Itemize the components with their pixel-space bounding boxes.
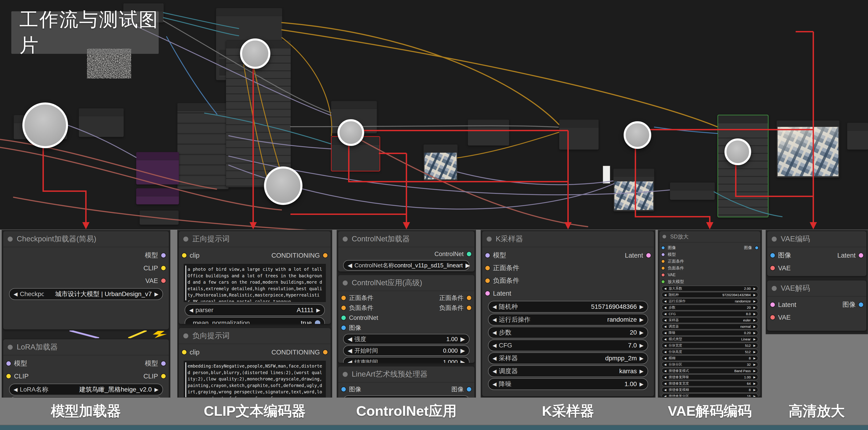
arrow-right-icon[interactable]: ▶ (753, 363, 756, 366)
input-port[interactable]: 图像 (662, 245, 676, 250)
arrow-left-icon[interactable]: ◀ (493, 329, 497, 336)
port-dot[interactable] (662, 274, 664, 277)
input-port[interactable]: ControlNet (341, 314, 378, 321)
arrow-right-icon[interactable]: ▶ (640, 329, 644, 336)
port-dot[interactable] (770, 266, 775, 270)
node-header[interactable]: 正向提示词 (179, 231, 331, 247)
input-port[interactable]: 模型 (6, 359, 27, 368)
arrow-right-icon[interactable]: ▶ (316, 307, 320, 313)
toggle-widget[interactable]: mean_normalizationtrue (185, 317, 325, 324)
input-port[interactable]: 负面条件 (341, 304, 373, 312)
arrow-left-icon[interactable]: ◀ (348, 397, 352, 398)
arrow-left-icon[interactable]: ◀ (664, 382, 666, 385)
node-header[interactable]: VAE编码 (767, 231, 866, 247)
input-port[interactable]: Latent (485, 290, 511, 297)
arrow-left-icon[interactable]: ◀ (664, 331, 666, 335)
arrow-right-icon[interactable]: ▶ (753, 299, 756, 303)
input-port[interactable]: VAE (662, 273, 676, 277)
arrow-left-icon[interactable]: ◀ (13, 291, 18, 297)
node-header[interactable]: SD放大 (659, 231, 761, 242)
workflow-graph[interactable]: 工作流与测试图片 (0, 0, 868, 230)
input-port[interactable]: 放大模型 (662, 279, 684, 284)
combo-widget[interactable]: ◀采样器dpmpp_2m▶ (488, 352, 648, 364)
port-dot[interactable] (161, 361, 166, 366)
combo-widget[interactable]: ◀ControlNet名称control_v11p_sd15_lineart▶ (343, 260, 469, 270)
arrow-right-icon[interactable]: ▶ (753, 293, 756, 296)
node-collapse-dot[interactable] (487, 237, 492, 241)
arrow-right-icon[interactable]: ▶ (753, 382, 756, 385)
node-负向提示词[interactable]: 负向提示词clipCONDITIONINGembedding:EasyNegat… (179, 328, 331, 398)
port-dot[interactable] (485, 279, 490, 283)
arrow-right-icon[interactable]: ▶ (465, 262, 470, 269)
node-ControlNet加载器[interactable]: ControlNet加载器ControlNet◀ControlNet名称cont… (338, 231, 475, 272)
port-dot[interactable] (467, 296, 471, 300)
input-port[interactable]: 图像 (341, 324, 361, 332)
input-port[interactable]: Latent (770, 301, 796, 309)
node-collapse-dot[interactable] (8, 237, 13, 241)
arrow-left-icon[interactable]: ◀ (664, 344, 666, 347)
arrow-left-icon[interactable]: ◀ (348, 262, 352, 269)
combo-widget[interactable]: ◀模型强度0.10▶ (9, 397, 163, 398)
arrow-right-icon[interactable]: ▶ (154, 386, 158, 393)
input-port[interactable]: clip (182, 252, 199, 259)
arrow-right-icon[interactable]: ▶ (640, 342, 644, 349)
arrow-right-icon[interactable]: ▶ (640, 355, 644, 362)
combo-widget[interactable]: ◀运行后操作randomize▶ (488, 314, 648, 325)
port-dot[interactable] (859, 253, 863, 258)
port-dot[interactable] (770, 253, 775, 258)
combo-widget[interactable]: ◀随机种5157169048366▶ (488, 301, 648, 313)
output-port[interactable]: CONDITIONING (272, 252, 328, 259)
arrow-left-icon[interactable]: ◀ (189, 307, 193, 313)
arrow-left-icon[interactable]: ◀ (493, 381, 497, 387)
input-port[interactable]: clip (182, 349, 199, 356)
node-header[interactable]: ControlNet加载器 (338, 231, 474, 247)
arrow-right-icon[interactable]: ▶ (753, 356, 756, 360)
combo-widget[interactable]: ◀粗糙化disable▶ (343, 395, 469, 398)
arrow-right-icon[interactable]: ▶ (460, 347, 465, 354)
port-dot[interactable] (341, 325, 346, 330)
arrow-right-icon[interactable]: ▶ (753, 388, 756, 392)
input-port[interactable]: CLIP (6, 373, 29, 380)
port-dot[interactable] (485, 253, 490, 258)
combo-widget[interactable]: ◀接缝修复模式Band Pass▶ (662, 368, 758, 374)
arrow-right-icon[interactable]: ▶ (753, 331, 756, 335)
prompt-textarea[interactable]: a photo of bird view,a large city with a… (184, 264, 326, 302)
input-port[interactable]: 模型 (662, 252, 676, 257)
port-dot[interactable] (662, 253, 664, 256)
port-dot[interactable] (467, 306, 471, 310)
arrow-right-icon[interactable]: ▶ (640, 368, 644, 374)
node-K采样器[interactable]: K采样器模型Latent正面条件负面条件Latent◀随机种5157169048… (482, 231, 654, 397)
arrow-right-icon[interactable]: ▶ (753, 375, 756, 379)
combo-widget[interactable]: ◀降噪0.20▶ (662, 330, 758, 336)
port-dot[interactable] (341, 316, 346, 320)
arrow-right-icon[interactable]: ▶ (753, 338, 756, 341)
input-port[interactable]: 图像 (770, 251, 791, 260)
arrow-left-icon[interactable]: ◀ (664, 350, 666, 353)
arrow-right-icon[interactable]: ▶ (640, 304, 644, 310)
arrow-left-icon[interactable]: ◀ (664, 287, 666, 290)
output-port[interactable]: 图像 (744, 245, 758, 250)
node-collapse-dot[interactable] (183, 334, 188, 338)
node-SD放大[interactable]: SD放大图像图像模型正面条件负面条件VAE放大模型◀放大系数2.00▶◀随机种9… (659, 231, 761, 397)
output-port[interactable]: CLIP (144, 264, 166, 272)
port-dot[interactable] (467, 387, 471, 392)
arrow-left-icon[interactable]: ◀ (493, 342, 497, 349)
node-VAE编码[interactable]: VAE编码图像LatentVAE (767, 231, 867, 276)
combo-widget[interactable]: ◀降噪1.00▶ (488, 378, 648, 390)
combo-widget[interactable]: ◀接缝修复降噪1.00▶ (662, 374, 758, 380)
arrow-right-icon[interactable]: ▶ (154, 291, 158, 297)
node-collapse-dot[interactable] (772, 286, 777, 291)
input-port[interactable]: 图像 (341, 385, 361, 393)
port-dot[interactable] (341, 387, 346, 392)
arrow-right-icon[interactable]: ▶ (753, 325, 756, 328)
combo-widget[interactable]: ◀步数20▶ (488, 326, 648, 338)
combo-widget[interactable]: ◀随机种972023941432984▶ (662, 292, 758, 298)
port-dot[interactable] (161, 374, 166, 378)
port-dot[interactable] (6, 374, 11, 378)
input-port[interactable]: 模型 (485, 251, 506, 260)
output-port[interactable]: ControlNet (434, 251, 471, 258)
port-dot[interactable] (6, 361, 11, 366)
arrow-left-icon[interactable]: ◀ (664, 369, 666, 373)
combo-widget[interactable]: ◀开始时间0.000▶ (343, 345, 469, 356)
arrow-right-icon[interactable]: ▶ (753, 344, 756, 347)
